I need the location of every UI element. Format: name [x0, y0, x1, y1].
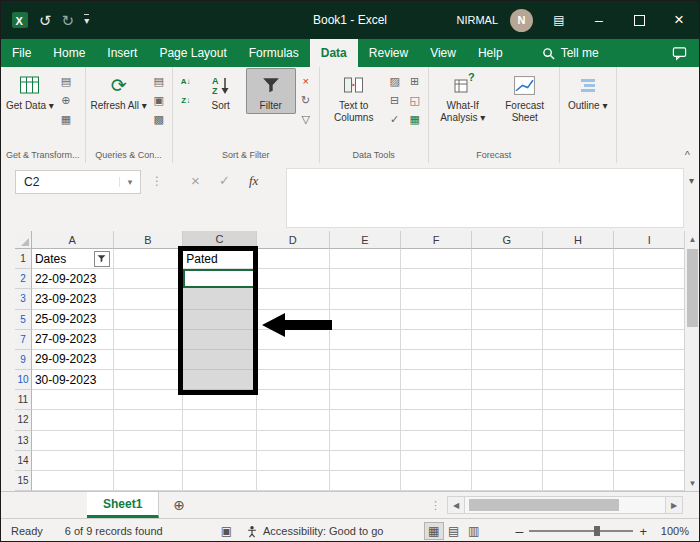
scroll-left-icon[interactable]: ◀ [447, 496, 465, 514]
cell[interactable] [330, 310, 402, 330]
cell[interactable] [543, 451, 615, 471]
cell[interactable] [401, 350, 472, 370]
cell[interactable] [330, 370, 402, 390]
cell[interactable] [330, 451, 402, 471]
cell[interactable] [472, 431, 543, 451]
cell-c1[interactable]: Pated [183, 249, 257, 269]
excel-app-icon[interactable]: X [11, 11, 29, 29]
cell[interactable] [614, 350, 684, 370]
cell[interactable] [543, 249, 615, 269]
column-header-g[interactable]: G [472, 231, 543, 249]
cell[interactable] [330, 410, 402, 430]
row-header-filtered[interactable]: 3 [15, 289, 32, 309]
cell[interactable] [472, 350, 543, 370]
accessibility-status[interactable]: Accessibility: Good to go [246, 525, 383, 538]
cell-c5[interactable] [183, 310, 257, 330]
cell[interactable] [543, 471, 615, 491]
tab-formulas[interactable]: Formulas [238, 39, 310, 67]
cell[interactable] [543, 269, 615, 289]
row-header[interactable]: 12 [15, 410, 32, 430]
column-header-a[interactable]: A [32, 231, 114, 249]
tab-page-layout[interactable]: Page Layout [148, 39, 237, 67]
zoom-slider[interactable] [529, 530, 633, 532]
sheet-tab-sheet1[interactable]: Sheet1 [87, 492, 159, 518]
minimize-button[interactable]: – [585, 5, 613, 35]
text-to-columns-button[interactable]: Text to Columns [323, 68, 385, 126]
cell[interactable] [114, 451, 184, 471]
cell[interactable] [614, 390, 684, 410]
cell[interactable] [330, 350, 402, 370]
tab-help[interactable]: Help [467, 39, 514, 67]
tab-home[interactable]: Home [42, 39, 96, 67]
cell-c9[interactable] [183, 350, 257, 370]
cell[interactable] [472, 310, 543, 330]
cell[interactable] [330, 330, 402, 350]
cell-a2[interactable]: 22-09-2023 [32, 269, 114, 289]
scroll-right-icon[interactable]: ▶ [665, 496, 683, 514]
cell[interactable] [114, 431, 184, 451]
page-break-preview-icon[interactable]: ▥ [464, 522, 484, 540]
formula-input[interactable] [286, 168, 684, 228]
cell[interactable] [183, 410, 257, 430]
row-header[interactable]: 14 [15, 451, 32, 471]
maximize-button[interactable] [625, 5, 653, 35]
cell[interactable] [257, 451, 330, 471]
cell[interactable] [401, 310, 472, 330]
cell[interactable] [614, 289, 684, 309]
clear-filter-icon[interactable]: × [298, 74, 314, 89]
relationships-icon[interactable]: ◱ [407, 93, 423, 108]
cell-a7[interactable]: 27-09-2023 [32, 330, 114, 350]
customize-quick-access-icon[interactable]: ▾ [84, 14, 89, 26]
row-header[interactable]: 11 [15, 390, 32, 410]
column-header-f[interactable]: F [401, 231, 472, 249]
cell[interactable] [114, 370, 184, 390]
column-header-d[interactable]: D [257, 231, 330, 249]
consolidate-icon[interactable]: ⊞ [407, 74, 423, 89]
horizontal-scrollbar[interactable]: ◀ ▶ [447, 492, 699, 518]
row-header[interactable]: 13 [15, 431, 32, 451]
user-name[interactable]: NIRMAL [456, 14, 498, 26]
cell[interactable] [257, 370, 330, 390]
filter-applied-icon[interactable] [94, 251, 110, 267]
column-header-h[interactable]: H [543, 231, 615, 249]
cell[interactable] [32, 410, 114, 430]
cell[interactable] [257, 431, 330, 451]
cell[interactable] [114, 310, 184, 330]
cell[interactable] [614, 431, 684, 451]
cell[interactable] [114, 289, 184, 309]
scroll-down-icon[interactable]: ▼ [685, 475, 700, 491]
cell[interactable] [543, 390, 615, 410]
column-header-b[interactable]: B [114, 231, 184, 249]
advanced-filter-icon[interactable]: ▽ [298, 112, 314, 127]
vertical-scrollbar[interactable]: ▲ ▼ [684, 231, 700, 491]
get-data-button[interactable]: Get Data ▾ [4, 68, 56, 114]
cell[interactable] [257, 390, 330, 410]
cell[interactable] [257, 410, 330, 430]
cell[interactable] [401, 249, 472, 269]
horizontal-scrollbar-track[interactable] [465, 496, 665, 514]
data-model-icon[interactable]: ▦ [407, 112, 423, 127]
cell[interactable] [183, 390, 257, 410]
tab-scroll-divider[interactable]: ⋮ [424, 492, 447, 518]
filter-button[interactable]: Filter [246, 68, 296, 114]
cell[interactable] [614, 310, 684, 330]
cell[interactable] [401, 370, 472, 390]
cell[interactable] [257, 249, 330, 269]
formula-bar-expand-icon[interactable]: ▾ [689, 175, 694, 186]
add-sheet-button[interactable]: ⊕ [159, 492, 199, 518]
cell[interactable] [614, 249, 684, 269]
cell[interactable] [32, 451, 114, 471]
cell-c3[interactable] [183, 289, 257, 309]
undo-icon[interactable]: ↺ [39, 13, 52, 28]
cell[interactable] [257, 289, 330, 309]
avatar[interactable]: N [510, 9, 533, 32]
cell[interactable] [543, 431, 615, 451]
tab-review[interactable]: Review [358, 39, 419, 67]
cell[interactable] [114, 269, 184, 289]
cell[interactable] [543, 330, 615, 350]
tab-file[interactable]: File [1, 39, 42, 67]
cell[interactable] [114, 390, 184, 410]
cell[interactable] [330, 269, 402, 289]
cell[interactable] [401, 330, 472, 350]
cell[interactable] [543, 410, 615, 430]
